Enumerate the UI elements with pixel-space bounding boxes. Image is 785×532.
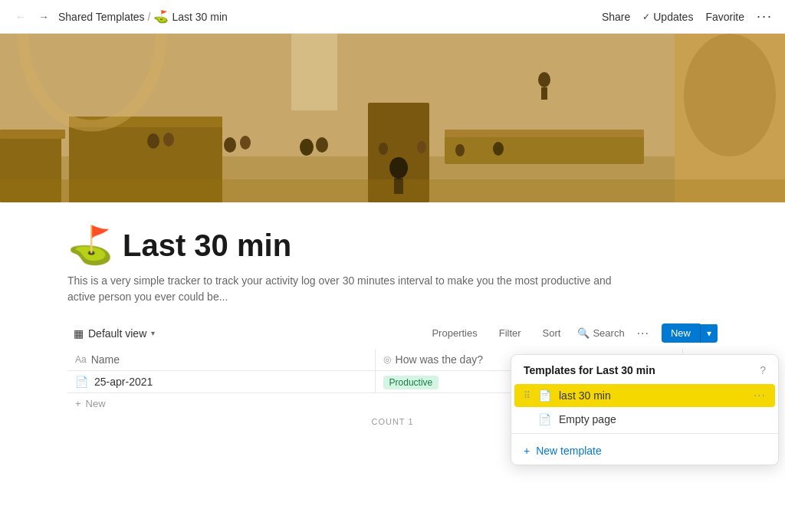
svg-point-14 [300,139,314,156]
page-title-row: ⛳ Last 30 min [67,227,718,264]
filter-button[interactable]: Filter [494,324,526,342]
new-button-group: New ▾ [662,323,718,343]
new-template-label: New template [536,445,602,457]
search-icon: 🔍 [577,327,590,339]
how-col-icon: ◎ [383,354,391,365]
breadcrumb-separator: / [148,11,151,23]
search-label: Search [593,327,624,339]
svg-point-25 [455,144,465,156]
template-item-empty[interactable]: ⠿ 📄 Empty page [514,409,775,430]
col-header-name: Aa Name [67,349,375,371]
count-label: COUNT [371,417,405,426]
svg-point-11 [163,133,174,146]
how-col-label: How was the day? [396,353,483,366]
template-item-last30[interactable]: ⠿ 📄 last 30 min ··· [514,384,775,407]
svg-point-15 [316,137,328,153]
updates-button[interactable]: ✓ Updates [642,11,693,23]
svg-point-24 [417,141,426,153]
page-emoji: ⛳ [67,227,113,264]
name-col-label: Name [91,353,120,366]
db-toolbar: ▦ Default view ▾ Properties Filter Sort … [67,323,718,343]
svg-point-16 [389,157,408,179]
new-template-button[interactable]: + New template [511,437,778,465]
help-icon[interactable]: ? [760,364,766,376]
sort-button[interactable]: Sort [538,324,566,342]
new-button[interactable]: New [662,323,700,343]
top-nav: ← → Shared Templates / ⛳ Last 30 min Sha… [0,0,785,34]
count-number: 1 [408,417,413,426]
hero-image [0,34,785,202]
svg-rect-27 [0,179,785,202]
svg-point-10 [147,133,159,149]
template-last30-more-button[interactable]: ··· [754,389,766,402]
svg-point-8 [684,34,776,156]
drag-handle-empty-icon: ⠿ [524,414,530,425]
svg-rect-21 [445,133,644,164]
templates-dropdown: Templates for Last 30 min ? ⠿ 📄 last 30 … [511,354,779,465]
productive-badge: Productive [383,376,439,389]
row-page-icon: 📄 [75,376,88,388]
breadcrumb: Shared Templates / ⛳ Last 30 min [58,9,228,24]
svg-rect-3 [0,130,65,139]
row-name-cell[interactable]: 📄 25-apr-2021 [67,371,375,393]
breadcrumb-last30[interactable]: ⛳ Last 30 min [153,9,227,24]
plus-icon: + [75,398,81,409]
toolbar-more-button[interactable]: ··· [637,327,649,340]
breadcrumb-shared-label: Shared Templates [58,11,145,23]
template-last30-icon: 📄 [538,389,551,402]
dropdown-divider [511,433,778,434]
check-icon: ✓ [642,11,650,22]
breadcrumb-emoji: ⛳ [153,9,169,24]
back-button[interactable]: ← [12,8,29,26]
nav-right: Share ✓ Updates Favorite ··· [602,8,773,25]
svg-point-18 [538,72,550,87]
breadcrumb-shared-templates[interactable]: Shared Templates [58,11,145,23]
new-button-arrow[interactable]: ▾ [700,324,718,343]
view-chevron-icon: ▾ [151,329,155,337]
search-button[interactable]: 🔍 Search [577,327,624,339]
breadcrumb-last30-label: Last 30 min [172,11,227,23]
nav-left: ← → Shared Templates / ⛳ Last 30 min [12,8,228,26]
svg-point-12 [224,137,236,153]
dropdown-title: Templates for Last 30 min [524,364,655,376]
drag-handle-icon: ⠿ [524,390,530,401]
updates-label: Updates [653,11,693,23]
db-toolbar-right: Properties Filter Sort 🔍 Search ··· New … [427,323,718,343]
table-view-icon: ▦ [74,327,84,340]
dropdown-title-bold: Last 30 min [596,364,655,376]
page-title: Last 30 min [123,228,291,263]
new-template-plus-icon: + [524,445,530,457]
svg-rect-22 [445,130,644,137]
svg-point-13 [240,136,251,149]
favorite-button[interactable]: Favorite [705,11,744,23]
name-col-icon: Aa [75,354,87,365]
nav-more-button[interactable]: ··· [757,8,773,25]
template-last30-label: last 30 min [559,389,746,402]
dropdown-header: Templates for Last 30 min ? [511,355,778,383]
share-button[interactable]: Share [602,11,630,23]
svg-point-23 [379,143,388,155]
svg-point-26 [493,142,504,156]
template-empty-icon: 📄 [538,413,551,425]
svg-rect-19 [541,87,547,100]
template-empty-label: Empty page [559,413,766,425]
svg-rect-20 [291,34,337,110]
view-label: Default view [88,327,146,340]
forward-button[interactable]: → [35,8,52,26]
view-selector[interactable]: ▦ Default view ▾ [67,324,161,343]
db-toolbar-left: ▦ Default view ▾ [67,324,161,343]
properties-button[interactable]: Properties [427,324,481,342]
page-description: This is a very simple tracker to track y… [67,273,619,305]
row-name-value: 25-apr-2021 [94,376,153,388]
add-row-label: New [86,398,106,409]
